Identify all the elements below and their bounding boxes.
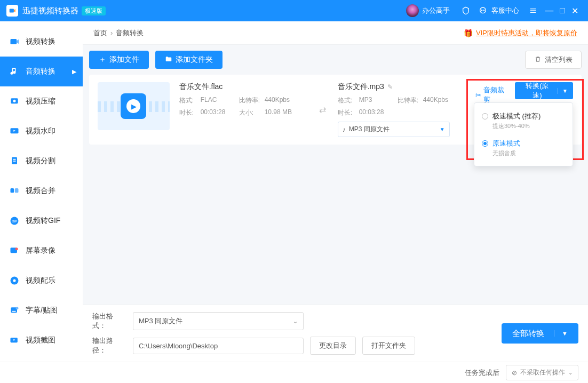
svg-rect-24 — [12, 311, 16, 312]
sidebar-item-split[interactable]: 视频分割 — [0, 146, 83, 176]
sidebar-item-subtitle[interactable]: 字幕/贴图 — [0, 296, 83, 325]
sidebar-item-audio-convert[interactable]: 音频转换▶ — [0, 57, 83, 86]
src-format: FLAC — [201, 96, 239, 105]
sidebar-item-music[interactable]: 视频配乐 — [0, 266, 83, 296]
user-name[interactable]: 办公高手 — [422, 6, 450, 15]
svg-rect-7 — [11, 39, 17, 44]
convert-all-button[interactable]: 全部转换▼ — [502, 323, 578, 344]
chat-icon[interactable] — [478, 5, 488, 16]
svg-rect-0 — [10, 9, 14, 13]
trash-icon — [534, 55, 542, 65]
clear-list-button[interactable]: 清空列表 — [525, 51, 582, 69]
minimize-button[interactable]: — — [545, 6, 553, 15]
promo-banner[interactable]: 🎁 VIP限时特惠活动，即将恢复原价 — [464, 28, 577, 38]
label-format: 格式: — [179, 96, 201, 105]
dst-format: MP3 — [359, 96, 398, 105]
radio-icon — [482, 140, 488, 147]
svg-rect-16 — [15, 188, 19, 193]
radio-icon — [482, 113, 488, 119]
shield-icon[interactable] — [460, 5, 471, 16]
target-info: 音乐文件.mp3✎ 格式:MP3 比特率:440Kpbs 时长:00:03:28… — [338, 82, 466, 137]
mode-option-original[interactable]: 原速模式 无损音质 — [474, 134, 573, 162]
gift-icon: 🎁 — [464, 29, 473, 37]
output-format-select[interactable]: MP3 同原文件⌄ — [133, 312, 304, 330]
sidebar-item-label: 视频分割 — [26, 156, 55, 166]
change-dir-button[interactable]: 更改目录 — [310, 337, 356, 355]
record-icon — [9, 245, 20, 257]
sidebar-item-compress[interactable]: 视频压缩 — [0, 86, 83, 116]
convert-label: 转换(原速) — [522, 81, 553, 100]
item-format-value: MP3 同原文件 — [349, 125, 390, 134]
svg-point-22 — [13, 280, 16, 282]
crop-label: 音频裁剪 — [483, 85, 510, 105]
menu-icon[interactable] — [528, 5, 538, 16]
file-item-card: ▶ 音乐文件.flac 格式:FLAC 比特率:440Kpbs 时长:00:03… — [89, 75, 582, 145]
source-filename: 音乐文件.flac — [179, 82, 307, 92]
svg-rect-15 — [11, 188, 14, 193]
help-link[interactable]: 客服中心 — [491, 6, 519, 15]
clear-list-label: 清空列表 — [545, 55, 573, 65]
promo-link[interactable]: VIP限时特惠活动，即将恢复原价 — [476, 28, 577, 38]
label-bitrate2: 比特率: — [398, 96, 423, 105]
output-path-input[interactable]: C:\Users\Mloong\Desktop — [133, 338, 304, 354]
crumb-home[interactable]: 首页 — [93, 28, 107, 38]
svg-point-1 — [480, 7, 486, 13]
close-button[interactable]: ✕ — [571, 6, 578, 16]
after-task-select[interactable]: ⊘ 不采取任何操作 ⌄ — [506, 365, 578, 380]
svg-point-3 — [484, 10, 484, 11]
mode-orig-title: 原速模式 — [492, 139, 520, 148]
add-folder-button[interactable]: 添加文件夹 — [155, 51, 223, 69]
sidebar-item-label: 视频截图 — [26, 336, 55, 345]
crumb-sep: › — [110, 29, 113, 37]
sidebar-item-label: 音频转换 — [26, 67, 55, 76]
svg-rect-14 — [13, 161, 16, 162]
add-file-label: 添加文件 — [109, 55, 139, 65]
sidebar-item-label: 视频合并 — [26, 186, 55, 196]
chevron-down-icon[interactable]: ▼ — [554, 330, 568, 337]
item-format-select[interactable]: ♪ MP3 同原文件 ▼ — [338, 122, 450, 137]
label-size: 大小: — [239, 108, 265, 117]
sidebar-item-video-convert[interactable]: 视频转换 — [0, 27, 83, 57]
mode-fast-title: 极速模式 (推荐) — [492, 111, 541, 121]
music-icon — [9, 275, 20, 286]
chevron-down-icon[interactable]: ▼ — [558, 88, 568, 94]
output-format-value: MP3 同原文件 — [139, 316, 182, 326]
sidebar-item-label: 视频压缩 — [26, 97, 55, 106]
scissors-icon: ✂ — [475, 91, 481, 99]
audio-thumbnail[interactable]: ▶ — [98, 82, 170, 130]
target-filename: 音乐文件.mp3 — [338, 82, 384, 92]
chevron-down-icon: ⌄ — [568, 370, 573, 376]
convert-item-button[interactable]: 转换(原速)▼ — [515, 82, 573, 99]
dst-duration: 00:03:28 — [359, 108, 398, 117]
src-size: 10.98 MB — [265, 108, 307, 117]
sidebar-item-gif[interactable]: GIF视频转GIF — [0, 206, 83, 236]
add-file-button[interactable]: ＋添加文件 — [89, 51, 149, 69]
label-bitrate: 比特率: — [239, 96, 265, 105]
app-name: 迅捷视频转换器 — [22, 6, 78, 16]
sidebar-item-merge[interactable]: 视频合并 — [0, 176, 83, 206]
merge-icon — [9, 185, 20, 197]
maximize-button[interactable]: □ — [560, 6, 565, 15]
output-settings: 输出格式： MP3 同原文件⌄ 输出路径： C:\Users\Mloong\De… — [83, 305, 588, 362]
audio-convert-icon — [9, 66, 20, 77]
src-bitrate: 440Kpbs — [265, 96, 307, 105]
audio-crop-button[interactable]: ✂音频裁剪 — [475, 82, 510, 105]
plus-icon: ＋ — [99, 55, 106, 65]
output-path-label: 输出路径： — [92, 336, 126, 355]
compress-icon — [9, 95, 20, 107]
source-info: 音乐文件.flac 格式:FLAC 比特率:440Kpbs 时长:00:03:2… — [179, 82, 307, 117]
user-avatar[interactable] — [406, 4, 419, 17]
edit-icon[interactable]: ✎ — [387, 83, 393, 91]
dst-bitrate: 440Kpbs — [423, 96, 466, 105]
sidebar-item-record[interactable]: 屏幕录像 — [0, 236, 83, 266]
sidebar-item-screenshot[interactable]: 视频截图 — [0, 325, 83, 355]
edition-badge: 极速版 — [82, 6, 106, 15]
src-duration: 00:03:28 — [201, 108, 239, 117]
sidebar-item-label: 屏幕录像 — [26, 246, 55, 256]
sidebar-item-label: 视频水印 — [26, 126, 55, 136]
open-dir-button[interactable]: 打开文件夹 — [362, 337, 415, 355]
mode-option-fast[interactable]: 极速模式 (推荐) 提速30%-40% — [474, 107, 573, 134]
sidebar-item-watermark[interactable]: 视频水印 — [0, 116, 83, 146]
crumb-current: 音频转换 — [116, 28, 144, 38]
svg-text:GIF: GIF — [12, 220, 17, 223]
